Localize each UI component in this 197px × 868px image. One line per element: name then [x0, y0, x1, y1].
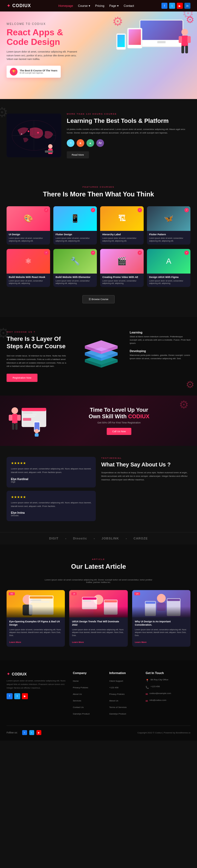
youtube-btn[interactable]: ▶ [177, 3, 183, 9]
course-check-3: ✓ [138, 208, 142, 212]
article-title-2: UI/UX Design Trends That Will Dominate 2… [72, 620, 125, 626]
article-desc-1: Lorem ipsum dolor sit amet, consectetur … [9, 628, 62, 637]
course-body-4: Flutter Pattern Lorem ipsum dolor sit am… [147, 231, 191, 245]
footer-brand-col: ✦ CODIUX Lorem ipsum dolor sit amet, con… [7, 671, 66, 717]
author-2: Elye Irvina [11, 511, 91, 514]
nav-pricing[interactable]: Pricing [95, 4, 104, 7]
footer-bottom: Follow us: f t ▶ Copyright 2022 © Codiux… [7, 725, 191, 735]
hero-badge[interactable]: 🏆 The Best E-Course Of The Years Et elit… [7, 66, 61, 78]
learn-more-1[interactable]: Learn More [9, 641, 21, 643]
footer-info-link-0[interactable]: Client Support [109, 680, 123, 682]
course-card-5[interactable]: ⚛ ✓ Build Website With React Hook Lorem … [7, 249, 50, 287]
svg-point-25 [11, 407, 18, 414]
svg-point-54 [157, 594, 166, 603]
testimonial-label: TESTIMONIAL [101, 457, 191, 459]
learn-more-3[interactable]: Learn More [135, 641, 147, 643]
footer-info-link-5[interactable]: Gamelys Product [109, 713, 126, 715]
course-body-3: Hierarchy Label Lorem ipsum dolor sit am… [100, 231, 144, 245]
svg-rect-29 [12, 423, 14, 430]
nav-contact[interactable]: Contact [124, 4, 134, 7]
social-links: f t ▶ in [161, 3, 191, 9]
badge-title: The Best E-Course Of The Years [20, 69, 58, 72]
read-more-button[interactable]: Read More [67, 151, 89, 158]
footer-info-link-1[interactable]: +123 456 [109, 686, 119, 689]
footer-email-text-2: info@codiux.com [150, 699, 166, 702]
article-body-2: UI/UX Design Trends That Will Dominate 2… [69, 617, 128, 647]
svg-rect-59 [167, 599, 180, 601]
footer-company-link-5[interactable]: Gamelys Product [73, 713, 90, 715]
footer-company-link-1[interactable]: Privacy Policies [73, 686, 88, 689]
article-body-1: Eye-Opening Examples Of Figma & Bad UX D… [7, 617, 65, 647]
svg-rect-28 [17, 415, 21, 421]
course-card-3[interactable]: 🏗 ✓ Hierarchy Label Lorem ipsum dolor si… [100, 206, 144, 245]
footer-company-link-3[interactable]: Services [73, 700, 81, 702]
footer-bottom-fb[interactable]: f [22, 730, 27, 735]
course-card-8[interactable]: A ✓ Design UI/UX With Figma Lorem ipsum … [147, 249, 191, 287]
featured-label: FEATURED COURSES [7, 186, 191, 188]
facebook-btn[interactable]: f [161, 3, 167, 9]
featured-title: There Is More Then What You Think [7, 190, 191, 198]
footer-fb-btn[interactable]: f [7, 693, 12, 699]
nav-links: Homepage Course ▾ Pricing Page ▾ Contact [58, 4, 134, 8]
logo[interactable]: ✦ CODIUX [7, 3, 31, 9]
footer-yt-btn[interactable]: ▶ [22, 693, 28, 699]
course-desc-1: Lorem ipsum dolor sit amet, consectetur … [9, 237, 48, 242]
testimonial-card-2: ★★★★★ Lorem ipsum dolor sit amet, consec… [7, 491, 96, 521]
twitter-btn[interactable]: t [169, 3, 175, 9]
registration-button[interactable]: Registration Now [7, 374, 37, 382]
call-us-button[interactable]: Call Us Now [107, 428, 131, 435]
gear-deco-3: ⚙ [0, 325, 9, 341]
footer-brand-desc: Lorem ipsum dolor sit amet, consectetur … [7, 679, 66, 690]
nav-page[interactable]: Page ▾ [109, 4, 119, 8]
course-check-8: ✓ [185, 251, 189, 255]
role-2: Dinostic [11, 514, 91, 517]
course-card-7[interactable]: 🎬 ✓ Creating Promo Video With AE Lorem i… [100, 249, 144, 287]
follow-label: Follow us: [7, 731, 18, 734]
course-card-4[interactable]: 🦋 ✓ Flutter Pattern Lorem ipsum dolor si… [147, 206, 191, 245]
footer-company-link-0[interactable]: Home [73, 680, 78, 682]
footer-info-link-3[interactable]: About Us [109, 700, 118, 702]
footer-company-link-4[interactable]: Contact Us [73, 706, 84, 709]
hero-description: Lorem ipsum dolor sit amet, consectetur … [7, 50, 78, 61]
course-title-3: Hierarchy Label [102, 233, 141, 236]
course-card-6[interactable]: 🔧 ✓ Build Website With Elementor Lorem i… [53, 249, 97, 287]
brand-separator-3: ⬥ [126, 537, 127, 540]
learn-more-2[interactable]: Learn More [72, 641, 84, 643]
course-icon-1: 🎨 [24, 214, 33, 223]
nav-homepage[interactable]: Homepage [58, 4, 73, 7]
footer-logo[interactable]: ✦ CODIUX [7, 671, 66, 677]
course-title-1: UI Design [9, 233, 48, 236]
footer-tw-btn[interactable]: t [14, 693, 20, 699]
course-title-4: Flutter Pattern [149, 233, 188, 236]
course-card-2[interactable]: 📱 ✓ Flutter Design Lorem ipsum dolor sit… [53, 206, 97, 245]
nav-course[interactable]: Course ▾ [78, 4, 90, 8]
footer-company-link-2[interactable]: About Us [73, 693, 82, 695]
article-card-3[interactable]: UX Why UI Design Is An Important Conside… [132, 590, 191, 647]
svg-rect-2 [179, 36, 182, 43]
promo-content: Time To Level Up Your Own Skill With COD… [47, 406, 191, 435]
gear-deco-4: ⚙ [186, 379, 194, 390]
article-card-2[interactable]: UI UI/UX Design Trends That Will Dominat… [69, 590, 128, 647]
courses-grid-row1: 🎨 ✓ UI Design Lorem ipsum dolor sit amet… [7, 206, 191, 245]
footer-bottom-tw[interactable]: t [29, 730, 34, 735]
footer-email-1: ✉ codiux@example.com [145, 691, 191, 697]
stars-2: ★★★★★ [11, 495, 91, 499]
promo-left-illustration [7, 404, 47, 438]
course-card-1[interactable]: 🎨 ✓ UI Design Lorem ipsum dolor sit amet… [7, 206, 50, 245]
footer-info-link-4[interactable]: Terms of Services [109, 706, 127, 709]
svg-rect-32 [22, 408, 46, 411]
article-card-1[interactable]: XD Eye-Opening Examples Of Figma & Bad U… [7, 590, 65, 647]
linkedin-btn[interactable]: in [185, 3, 191, 9]
browse-course-button[interactable]: ☰ Browse Course [83, 295, 114, 303]
footer-email-2: ✉ info@codiux.com [145, 699, 191, 704]
course-img-1: 🎨 ✓ [7, 206, 50, 231]
footer-bottom-yt[interactable]: ▶ [36, 730, 41, 735]
article-body-3: Why UI Design Is An Important Considerat… [132, 617, 191, 647]
course-check-6: ✓ [91, 251, 95, 255]
hero-section: WELCOME TO CODIUX React Apps & Code Desi… [0, 11, 197, 99]
why-section: ⚙ ⚙ WHY CHOOSE US ? There Is 3 Layer Of … [0, 317, 197, 396]
svg-rect-5 [185, 46, 188, 53]
course-body-1: UI Design Lorem ipsum dolor sit amet, co… [7, 231, 50, 245]
footer-info-link-2[interactable]: Privacy Policies [109, 693, 125, 695]
course-check-2: ✓ [91, 208, 95, 212]
